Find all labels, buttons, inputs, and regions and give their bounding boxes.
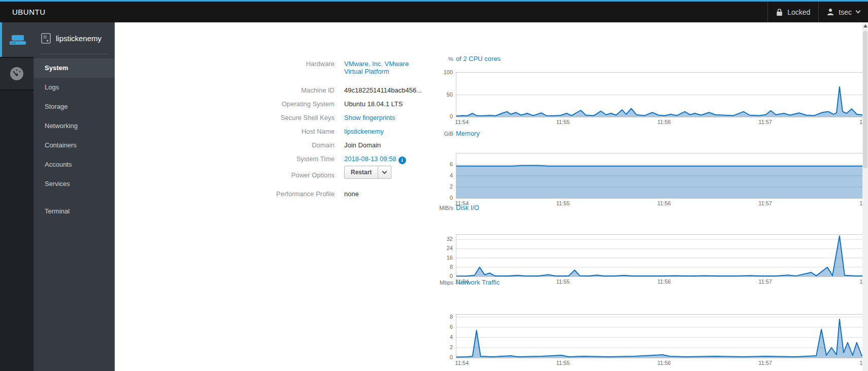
system-time-link[interactable]: 2018-08-13 09:58 <box>344 155 396 163</box>
y-axis-tick-label: 6 <box>414 161 453 167</box>
brand-logo: UBUNTU <box>12 8 46 16</box>
x-axis-tick-label: 11:56 <box>650 279 678 285</box>
rail-item-machine[interactable] <box>0 22 34 57</box>
y-axis-tick-label: 6 <box>414 324 453 330</box>
host-icon <box>41 33 51 44</box>
y-axis-tick-label: 0 <box>414 113 453 119</box>
locked-indicator[interactable]: Locked <box>767 2 818 22</box>
top-navbar: UBUNTU Locked tsec <box>0 0 868 22</box>
sidebar-item-accounts[interactable]: Accounts <box>34 155 115 174</box>
scroll-up-arrow-icon[interactable] <box>863 24 867 27</box>
y-axis-tick-label: 100 <box>414 69 453 75</box>
cpu-chart-title-link[interactable]: of 2 CPU cores <box>456 55 500 63</box>
sidebar-item-networking[interactable]: Networking <box>34 116 115 136</box>
x-axis-tick-label: 11:57 <box>751 200 780 206</box>
sidebar-item-services[interactable]: Services <box>34 174 115 194</box>
x-axis-tick-label: 11:56 <box>650 119 678 125</box>
host-name: lipstickenemy <box>56 34 102 43</box>
show-fingerprints-link[interactable]: Show fingerprints <box>344 114 395 121</box>
disk-unit-label: MiB/s <box>414 205 456 211</box>
hardware-link[interactable]: VMware, Inc. VMware Virtual Platform <box>344 60 410 75</box>
x-axis-tick-label: 11:55 <box>549 279 577 285</box>
sidebar-divider <box>41 54 108 54</box>
performance-profile-value: none <box>344 190 422 204</box>
system-time-label: System Time <box>267 155 335 169</box>
hostname-label: Host Name <box>267 128 335 141</box>
sidebar-item-containers[interactable]: Containers <box>34 136 115 155</box>
y-axis-tick-label: 8 <box>414 264 453 270</box>
y-axis-tick-label: 2 <box>414 183 453 190</box>
y-axis-tick-label: 2 <box>414 344 453 350</box>
sidebar-item-system[interactable]: System <box>34 58 115 78</box>
cpu-unit-label: % <box>414 56 456 62</box>
y-axis-tick-label: 8 <box>414 314 453 320</box>
restart-button[interactable]: Restart <box>344 166 378 179</box>
network-chart-plot[interactable] <box>456 314 868 358</box>
chevron-down-icon <box>382 169 387 174</box>
y-axis-tick-label: 24 <box>414 245 453 251</box>
power-options-label: Power Options <box>267 169 335 190</box>
x-axis-tick-label: 11:54 <box>448 119 476 125</box>
user-name: tsec <box>839 8 852 16</box>
x-axis-tick-label: 11:54 <box>448 360 476 366</box>
ssh-keys-label: Secure Shell Keys <box>267 114 335 128</box>
memory-unit-label: GiB <box>414 131 456 137</box>
sidebar-item-storage[interactable]: Storage <box>34 97 115 116</box>
locked-label: Locked <box>787 8 810 16</box>
os-value: Ubuntu 18.04.1 LTS <box>344 100 422 114</box>
server-icon <box>9 34 26 46</box>
y-axis-tick-label: 4 <box>414 172 453 178</box>
time-info-icon[interactable]: i <box>398 157 406 164</box>
join-domain-link[interactable]: Join Domain <box>344 141 381 149</box>
performance-profile-label: Performance Profile <box>267 190 335 204</box>
x-axis-tick-label: 11:57 <box>751 119 780 125</box>
x-axis-tick-label: 11:56 <box>650 200 678 206</box>
y-axis-tick-label: 32 <box>414 236 453 242</box>
machine-id-value: 49c1822514114bacb456... <box>344 86 422 100</box>
app-rail <box>0 22 34 371</box>
x-axis-tick-label: 11:57 <box>751 279 780 285</box>
domain-label: Domain <box>267 141 335 155</box>
x-axis-tick-label: 11:55 <box>549 119 577 125</box>
hardware-label: Hardware <box>267 60 335 86</box>
gauge-icon <box>9 66 24 81</box>
user-menu[interactable]: tsec <box>818 2 868 22</box>
machine-id-label: Machine ID <box>267 86 335 100</box>
os-label: Operating System <box>267 100 335 114</box>
y-axis-tick-label: 50 <box>414 91 453 98</box>
sidebar-item-logs[interactable]: Logs <box>34 78 115 97</box>
disk-chart-title-link[interactable]: Disk I/O <box>456 204 479 211</box>
x-axis-tick-label: 11:56 <box>650 360 678 366</box>
y-axis-tick-label: 0 <box>414 195 453 201</box>
disk-chart-plot[interactable] <box>456 234 868 277</box>
sidebar: lipstickenemy System Logs Storage Networ… <box>34 22 115 371</box>
x-axis-tick-label: 11:55 <box>549 200 577 206</box>
y-axis-tick-label: 0 <box>414 354 453 360</box>
lock-icon <box>776 8 783 16</box>
x-axis-tick-label: 11:57 <box>751 360 780 366</box>
host-switcher[interactable]: lipstickenemy <box>34 22 115 54</box>
sidebar-item-terminal[interactable]: Terminal <box>34 202 115 221</box>
restart-dropdown-button[interactable] <box>378 166 391 179</box>
chevron-down-icon <box>856 9 861 14</box>
memory-chart-plot[interactable] <box>456 153 868 199</box>
y-axis-tick-label: 16 <box>414 255 453 261</box>
main-content: Hardware VMware, Inc. VMware Virtual Pla… <box>115 22 863 371</box>
network-unit-label: Mbps <box>414 280 456 286</box>
user-icon <box>827 8 834 16</box>
system-info-panel: Hardware VMware, Inc. VMware Virtual Pla… <box>267 60 422 204</box>
memory-chart-title-link[interactable]: Memory <box>456 130 480 137</box>
hostname-link[interactable]: lipstickenemy <box>344 128 384 135</box>
y-axis-tick-label: 4 <box>414 334 453 340</box>
x-axis-tick-label: 11:55 <box>549 360 577 366</box>
scrollbar-thumb[interactable] <box>863 31 867 168</box>
network-chart-title-link[interactable]: Network Traffic <box>456 279 499 286</box>
cpu-chart-plot[interactable] <box>456 72 868 117</box>
rail-item-dashboard[interactable] <box>0 57 34 90</box>
vertical-scrollbar[interactable] <box>862 22 868 371</box>
